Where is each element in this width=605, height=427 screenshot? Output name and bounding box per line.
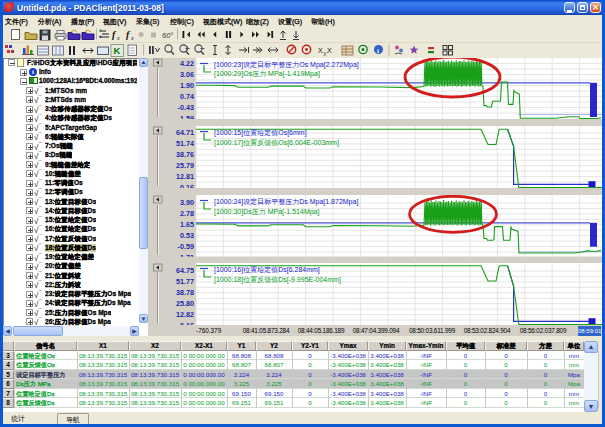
svg-text:x: x (130, 35, 134, 41)
svg-text:2.78: 2.78 (180, 209, 194, 218)
svg-text:1.90: 1.90 (180, 81, 194, 90)
svg-text:3.90: 3.90 (180, 198, 194, 207)
svg-text:K: K (114, 45, 121, 56)
svg-text:64.75: 64.75 (176, 266, 194, 275)
svg-text:38.76: 38.76 (176, 150, 194, 159)
svg-text:51.74: 51.74 (176, 139, 194, 148)
svg-text:1.65: 1.65 (180, 220, 194, 229)
svg-text:X: X (318, 47, 323, 54)
svg-text:i: i (377, 47, 379, 55)
svg-text:3.06: 3.06 (180, 70, 194, 79)
svg-text:4.22: 4.22 (180, 59, 194, 68)
svg-text:-0.16: -0.16 (178, 183, 194, 188)
svg-text:25.79: 25.79 (176, 161, 194, 170)
svg-text:-0.43: -0.43 (178, 103, 194, 112)
svg-text:60°: 60° (162, 31, 173, 40)
svg-text:-0.59: -0.59 (178, 242, 194, 251)
svg-text:64.71: 64.71 (176, 128, 194, 137)
svg-text:38.78: 38.78 (176, 288, 194, 297)
svg-text:-1.59: -1.59 (178, 114, 194, 119)
svg-text:51.77: 51.77 (176, 277, 194, 286)
svg-text:0.74: 0.74 (180, 92, 194, 101)
svg-text:-1.71: -1.71 (178, 253, 194, 257)
svg-text:X: X (327, 47, 332, 54)
svg-text:x: x (116, 35, 120, 41)
svg-text:25.80: 25.80 (176, 299, 194, 308)
svg-text:12.81: 12.81 (176, 172, 194, 181)
svg-text:0.53: 0.53 (180, 231, 194, 240)
svg-text:12.82: 12.82 (176, 310, 194, 319)
